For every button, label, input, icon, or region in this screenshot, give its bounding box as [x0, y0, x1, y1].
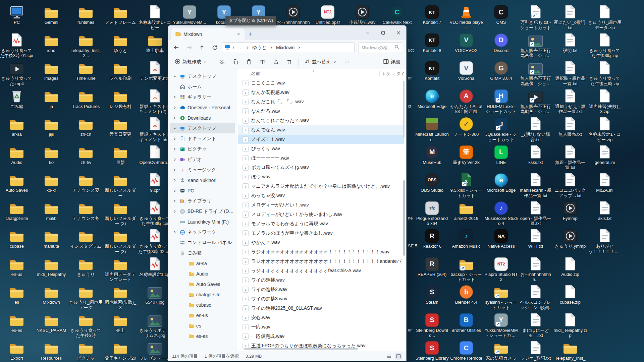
desktop-icon[interactable]: きゅうり食ってた午後3時.cpr [138, 199, 172, 226]
desktop-icon[interactable]: レジ袋有料 [104, 87, 137, 109]
column-name[interactable]: 名前 [251, 71, 260, 77]
file-row[interactable]: ♪ボカロ風ってムズイね.wav [238, 163, 404, 172]
desktop-icon[interactable]: YYukkuriMovieM... [173, 3, 206, 25]
desktop-icon[interactable]: 名称未設定1.cpr [138, 255, 172, 277]
file-row[interactable]: ♪メロディーがひどい！.wav [238, 200, 404, 210]
chevron-right-icon[interactable] [173, 158, 177, 162]
column-divider[interactable] [379, 71, 380, 76]
desktop-icon[interactable]: Export [0, 339, 34, 361]
sidebar-item[interactable]: ネットワーク [170, 227, 235, 237]
desktop-icon[interactable]: eMicrosoft Edge [415, 87, 449, 109]
file-row[interactable]: ♪メロディーがひどい！から使いまわし.wav [238, 210, 404, 219]
desktop-icon[interactable]: airset2-2019 [449, 199, 483, 221]
desktop-icon[interactable]: TimeTune [69, 59, 103, 81]
vertical-scrollbar[interactable] [403, 180, 405, 256]
file-row[interactable]: ♪ラジオオオオオオオオオオオオオオfeat.Chis-A.wav [238, 266, 404, 276]
desktop-icon[interactable]: PC [0, 3, 34, 25]
file-row[interactable]: ♪ワイの進捗2.wav [238, 285, 404, 294]
file-row[interactable]: ♪なんだこれ「」「」.wav [238, 97, 404, 107]
desktop-icon[interactable]: きゅうり.ymmp [553, 227, 587, 249]
desktop-icon[interactable]: CCakewalk Next [380, 3, 414, 25]
tab-mixdown[interactable]: Mixdown × [171, 28, 245, 40]
desktop-icon[interactable]: ko [35, 143, 68, 165]
breadcrumb-segment[interactable]: Mixdown [275, 44, 296, 51]
more-button[interactable] [340, 56, 353, 68]
chevron-down-icon[interactable] [173, 74, 177, 78]
desktop-icon[interactable]: 選択肢 - 親作品一覧.txt [553, 59, 587, 86]
desktop-icon[interactable]: VVOICEVOX [449, 32, 483, 53]
desktop-icon[interactable]: きゅうり_調声用データ [69, 283, 103, 310]
desktop-icon[interactable]: ♪MuseScore Studio 4 [484, 199, 518, 226]
desktop-icon[interactable]: 新しいフォルダー (2) [104, 199, 137, 226]
new-button[interactable]: 新規作成 [171, 56, 210, 68]
desktop-icon[interactable]: maniuta [35, 227, 68, 249]
desktop-icon[interactable]: まにほにーどる！.txt [519, 311, 552, 338]
file-row[interactable]: ♪ノイズ！！.wav [238, 135, 404, 144]
forward-button[interactable] [183, 42, 195, 53]
file-row[interactable]: ♪なんか既視感.wav [238, 88, 404, 97]
desktop-icon[interactable]: 無人販売.txt [553, 115, 587, 137]
desktop-icon[interactable]: WIFI.txt [519, 227, 552, 249]
file-row[interactable]: ♪ラジオオオオオオオオオオオオオオ！！！！！！！！！！！.wav [238, 247, 404, 257]
paste-button[interactable] [243, 56, 255, 68]
desktop-icon[interactable]: VLC media player [449, 3, 483, 30]
sidebar-item[interactable]: cubase [170, 300, 235, 310]
desktop-icon[interactable]: en-us [0, 255, 34, 277]
desktop-icon[interactable]: Auto Saves [0, 171, 34, 193]
file-row[interactable]: ♪ワイの進捗2025_08_01LAST.wav [238, 304, 404, 313]
desktop-icon[interactable]: きゅうり食ってた午後三時.zip [588, 59, 622, 86]
sidebar-item[interactable]: Kano Yukinori [170, 175, 235, 185]
desktop-icon[interactable]: 無題 - 親作品一覧.txt [553, 143, 587, 170]
desktop-icon[interactable]: midi_Telepathy.zip [553, 311, 587, 338]
sidebar-item[interactable]: ar-sa [170, 258, 235, 268]
desktop-icon[interactable]: KTKontakt 8 [415, 32, 449, 53]
sidebar-item[interactable]: ごみ箱 [170, 248, 235, 258]
sidebar-item[interactable]: デスクトップ [170, 71, 235, 81]
desktop-icon[interactable]: ラジオ_歌詞.txt [519, 339, 552, 361]
file-row[interactable]: ♪マニアさんラジオ配信まだですか？中身には関係ないけど。.wav [238, 182, 404, 191]
desktop-icon[interactable]: 新しいフォルダー (3) [104, 227, 137, 254]
minimize-button[interactable] [360, 25, 375, 40]
desktop-icon[interactable]: RReaktor 6 [415, 227, 449, 249]
cut-button[interactable] [216, 56, 228, 68]
desktop-icon[interactable]: 死にたい_o歌詞.txt [553, 3, 587, 30]
desktop-icon[interactable]: Fymmp [553, 199, 587, 221]
file-row[interactable]: ♪安心.wav [238, 313, 404, 322]
desktop-icon[interactable]: ピクチャ [69, 339, 103, 361]
desktop-icon[interactable]: akis.txt [588, 199, 622, 221]
desktop-icon[interactable]: Audio.zip [553, 255, 587, 277]
desktop-icon[interactable]: cubase [0, 227, 34, 249]
desktop-icon[interactable]: GGIMP 3.0.4 [484, 59, 518, 81]
chevron-right-icon[interactable] [173, 230, 177, 234]
desktop-icon[interactable]: Minecraft Launcher [415, 115, 449, 142]
column-track[interactable]: トラ... [381, 71, 394, 77]
desktop-icon[interactable]: ありがとう！！！！！！.txt [588, 227, 622, 254]
column-title[interactable]: タイ [396, 71, 405, 77]
desktop-icon[interactable]: MMuseHub [415, 143, 449, 165]
delete-button[interactable] [283, 56, 296, 68]
sidebar-item[interactable]: en-us [170, 310, 235, 320]
desktop-icon[interactable]: NT2Piapro Studio NT2 [484, 255, 518, 282]
desktop-icon[interactable]: Mixdown [35, 283, 68, 305]
desktop-icon[interactable]: HHDDFMT.exe - ショートカット [484, 87, 518, 114]
desktop-icon[interactable]: general.ini [588, 143, 622, 165]
desktop-icon[interactable]: SSteinberg Library Manager [415, 339, 449, 362]
desktop-icon[interactable]: 新しいフォルダー [104, 171, 137, 198]
desktop-icon[interactable]: ごみ箱 [0, 87, 34, 109]
desktop-icon[interactable]: 売上 [104, 311, 137, 333]
chevron-right-icon[interactable] [173, 147, 177, 151]
chevron-right-icon[interactable] [173, 189, 177, 193]
desktop-icon[interactable]: JJQuake.exe - ショートカット [484, 115, 518, 142]
desktop-icon[interactable]: Aかんたん！AITalk3！関西風 [449, 87, 483, 114]
file-row[interactable]: ♪ここくここ.wav [238, 78, 404, 88]
copy-button[interactable] [229, 56, 242, 68]
desktop-icon[interactable]: 無人販売不正行為画像 - ショートカッ... [519, 32, 552, 58]
desktop-icon[interactable]: ar-sa [0, 115, 34, 137]
desktop-icon[interactable]: Images [35, 59, 68, 81]
desktop-icon[interactable]: ja [35, 87, 68, 109]
desktop-icon[interactable]: zh-tw [69, 143, 103, 165]
sort-button[interactable]: 並べ替え [301, 56, 340, 68]
desktop-icon[interactable]: 65407.jpg [138, 283, 172, 305]
desktop-icon[interactable]: 名称未設定1 - コピー [138, 3, 172, 30]
desktop-icon[interactable]: NANative Access [484, 227, 518, 249]
